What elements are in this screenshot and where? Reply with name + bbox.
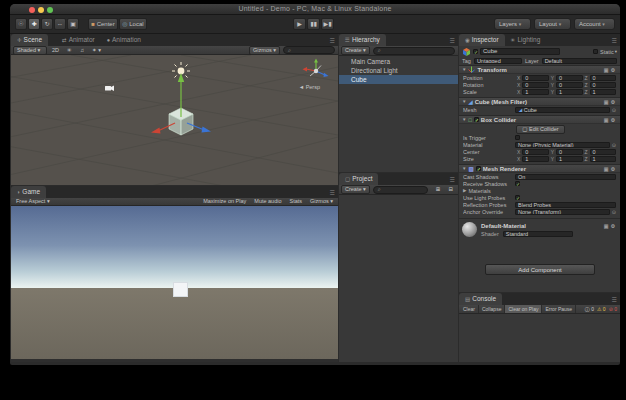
help-icon[interactable]: ▣ (604, 67, 611, 73)
box-collider-header[interactable]: ▼ □ ✓ Box Collider ▣⚙ (459, 115, 620, 124)
aspect-dropdown[interactable]: Free Aspect ▾ (13, 198, 73, 205)
tab-console[interactable]: ▤Console (459, 293, 502, 305)
warning-count-toggle[interactable]: ⚠ 0 (597, 306, 606, 312)
materials-row[interactable]: ▶ Materials (459, 187, 620, 194)
tag-dropdown[interactable]: Untagged (474, 58, 522, 64)
play-button[interactable]: ▶ (293, 18, 306, 30)
mesh-renderer-header[interactable]: ▼ ▨ ✓ Mesh Renderer ▣⚙ (459, 164, 620, 173)
hand-tool-button[interactable]: ☉ (15, 18, 27, 30)
console-error-pause-button[interactable]: Error Pause (542, 305, 576, 313)
tab-project[interactable]: ▢Project (339, 173, 378, 185)
position-z-field[interactable]: 0 (590, 75, 616, 81)
cast-shadows-dropdown[interactable]: On (515, 174, 616, 180)
console-log-area[interactable] (459, 314, 620, 362)
mute-audio-button[interactable]: Mute audio (251, 198, 284, 205)
foldout-icon[interactable]: ▼ (462, 117, 466, 122)
anchor-override-field[interactable]: None (Transform) (515, 209, 610, 215)
mac-titlebar[interactable]: Untitled - Demo - PC, Mac & Linux Standa… (10, 4, 620, 15)
size-y-field[interactable]: 1 (556, 156, 582, 162)
object-picker-icon[interactable]: ⊙ (612, 209, 616, 215)
layer-dropdown[interactable]: Default (542, 58, 617, 64)
toggle-2d-button[interactable]: 2D (49, 47, 62, 54)
gear-icon[interactable]: ⚙ (611, 99, 617, 105)
help-icon[interactable]: ▣ (604, 166, 611, 172)
material-preview-sphere[interactable] (462, 222, 477, 237)
panel-menu-icon[interactable]: ☰ (330, 37, 335, 44)
help-icon[interactable]: ▣ (604, 117, 611, 123)
scale-z-field[interactable]: 1 (590, 89, 616, 95)
gear-icon[interactable]: ⚙ (611, 223, 617, 229)
pivot-toggle-button[interactable]: ■ Center (88, 18, 118, 30)
center-x-field[interactable]: 0 (522, 149, 548, 155)
position-y-field[interactable]: 0 (556, 75, 582, 81)
panel-menu-icon[interactable]: ☰ (612, 37, 617, 44)
scene-effects-dropdown[interactable]: ✶ ▾ (89, 47, 104, 54)
help-icon[interactable]: ▣ (604, 223, 611, 229)
add-component-button[interactable]: Add Component (485, 264, 595, 275)
tab-hierarchy[interactable]: ☰Hierarchy (339, 34, 386, 46)
rotation-x-field[interactable]: 0 (522, 82, 548, 88)
foldout-icon[interactable]: ▼ (462, 67, 466, 72)
panel-menu-icon[interactable]: ☰ (450, 37, 455, 44)
game-viewport[interactable] (11, 206, 338, 359)
mesh-object-field[interactable]: ◢ Cube (515, 107, 610, 113)
stats-button[interactable]: Stats (287, 198, 306, 205)
tab-scene[interactable]: ✛Scene (11, 34, 48, 46)
error-count-toggle[interactable]: ⊘ 0 (609, 306, 617, 312)
project-create-dropdown[interactable]: Create ▾ (341, 185, 370, 194)
rotate-tool-button[interactable]: ↻ (41, 18, 53, 30)
static-checkbox[interactable] (593, 49, 598, 54)
rect-tool-button[interactable]: ▣ (67, 18, 79, 30)
project-content[interactable] (339, 196, 458, 362)
rotation-y-field[interactable]: 0 (556, 82, 582, 88)
mesh-renderer-enabled-checkbox[interactable]: ✓ (476, 166, 481, 171)
game-gizmos-dropdown[interactable]: Gizmos ▾ (307, 198, 336, 205)
help-icon[interactable]: ▣ (604, 99, 611, 105)
tab-game[interactable]: ◗Game (11, 186, 46, 198)
space-toggle-button[interactable]: ◎ Local (119, 18, 147, 30)
tab-lighting[interactable]: ☀Lighting (505, 34, 547, 46)
hierarchy-item-main-camera[interactable]: Main Camera (339, 57, 458, 66)
move-tool-button[interactable]: ✚ (28, 18, 40, 30)
gear-icon[interactable]: ⚙ (611, 67, 617, 73)
step-button[interactable]: ▶▮ (321, 18, 334, 30)
scene-search-input[interactable]: ⌕ (283, 46, 335, 54)
layers-dropdown[interactable]: Layers ▾ (494, 18, 531, 30)
tab-inspector[interactable]: ◉Inspector (459, 34, 505, 46)
receive-shadows-checkbox[interactable]: ✓ (515, 181, 520, 186)
project-search-input[interactable]: ⌕ (373, 186, 428, 194)
scale-y-field[interactable]: 1 (556, 89, 582, 95)
project-favorites-icon[interactable]: ⊞ (433, 186, 444, 193)
shader-dropdown[interactable]: Standard (503, 231, 573, 237)
foldout-icon[interactable]: ▼ (462, 99, 466, 104)
reflection-probes-dropdown[interactable]: Blend Probes (515, 202, 616, 208)
scale-tool-button[interactable]: ⇔ (54, 18, 66, 30)
panel-menu-icon[interactable]: ☰ (330, 189, 335, 196)
hierarchy-search-input[interactable]: ⌕ (373, 47, 455, 55)
center-y-field[interactable]: 0 (556, 149, 582, 155)
position-x-field[interactable]: 0 (522, 75, 548, 81)
console-collapse-button[interactable]: Collapse (479, 305, 505, 313)
shading-mode-dropdown[interactable]: Shaded ▾ (13, 46, 47, 55)
center-z-field[interactable]: 0 (590, 149, 616, 155)
object-picker-icon[interactable]: ⊙ (612, 142, 616, 148)
size-x-field[interactable]: 1 (522, 156, 548, 162)
size-z-field[interactable]: 1 (590, 156, 616, 162)
is-trigger-checkbox[interactable] (515, 135, 520, 140)
scale-x-field[interactable]: 1 (522, 89, 548, 95)
console-clear-button[interactable]: Clear (460, 305, 479, 313)
mesh-filter-header[interactable]: ▼ ◢ Cube (Mesh Filter) ▣⚙ (459, 97, 620, 106)
foldout-icon[interactable]: ▶ (463, 188, 466, 193)
scene-lighting-toggle[interactable]: ☀ (64, 47, 75, 54)
gear-icon[interactable]: ⚙ (611, 117, 617, 123)
object-picker-icon[interactable]: ⊙ (612, 107, 616, 113)
edit-collider-button[interactable]: ▢ Edit Collider (516, 125, 564, 134)
active-checkbox[interactable]: ✓ (473, 49, 478, 54)
scene-viewport[interactable]: ◄ Persp (11, 55, 338, 185)
tab-animation[interactable]: ●Animation (101, 34, 147, 46)
scene-audio-toggle[interactable]: ♫ (77, 47, 87, 54)
hierarchy-item-cube[interactable]: Cube (339, 75, 458, 84)
hierarchy-item-directional-light[interactable]: Directional Light (339, 66, 458, 75)
panel-menu-icon[interactable]: ☰ (612, 296, 617, 303)
persp-mode-button[interactable]: ◄ Persp (299, 84, 320, 90)
